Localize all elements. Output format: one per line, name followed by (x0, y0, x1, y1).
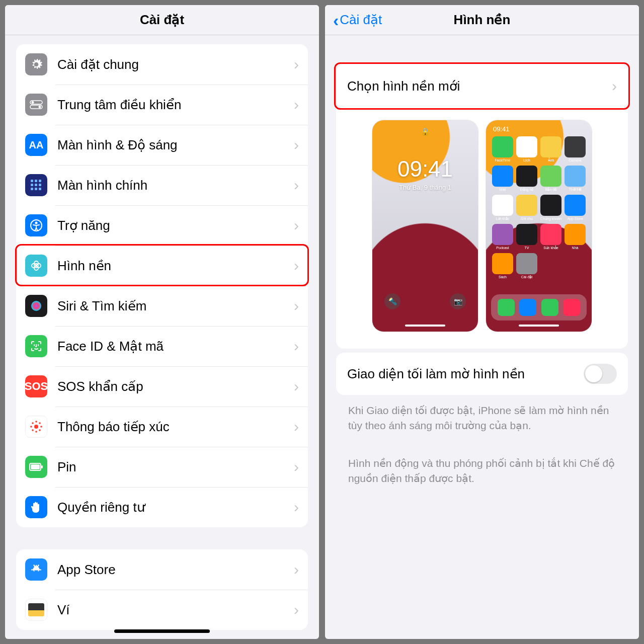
row-label: Trung tâm điều khiển (57, 97, 294, 113)
home-indicator-preview (519, 325, 559, 327)
siri-icon (25, 295, 47, 317)
home-grid-icon (25, 174, 47, 196)
svg-point-14 (35, 222, 38, 224)
svg-point-29 (39, 429, 41, 431)
exposure-icon (25, 416, 47, 438)
row-label: Hình nền (57, 258, 294, 274)
svg-rect-11 (35, 188, 37, 190)
svg-rect-6 (39, 180, 41, 182)
chevron-right-icon: › (294, 601, 299, 618)
appstore-icon (25, 558, 47, 581)
dim-wallpaper-row: Giao diện tối làm mờ hình nền (336, 353, 628, 395)
wallpaper-header: ‹ Cài đặt Hình nền (325, 5, 639, 35)
settings-group-apps: App Store › Ví › (16, 549, 308, 630)
dim-wallpaper-switch[interactable] (584, 364, 617, 384)
lockscreen-preview[interactable]: 🔒 09:41 Thứ Ba, 9 tháng 1 🔦 📷 (372, 120, 478, 332)
row-home-screen[interactable]: Màn hình chính › (16, 165, 308, 205)
wallet-icon (25, 599, 47, 621)
row-battery[interactable]: Pin › (16, 447, 308, 487)
dim-footnote: Khi Giao diện tối được bật, iPhone sẽ là… (336, 395, 628, 434)
preview-time: 09:41 (493, 125, 510, 133)
svg-point-18 (32, 264, 36, 268)
svg-rect-4 (31, 180, 33, 182)
chevron-left-icon: ‹ (333, 12, 339, 29)
row-label: Màn hình & Độ sáng (57, 137, 294, 153)
settings-group-main: Cài đặt chung › Trung tâm điều khiển › A… (16, 44, 308, 527)
row-label: Màn hình chính (57, 178, 294, 193)
chevron-right-icon: › (294, 458, 299, 475)
svg-rect-32 (31, 464, 40, 469)
choose-wallpaper-block: Chọn hình nền mới › (336, 64, 628, 108)
back-button[interactable]: ‹ Cài đặt (333, 12, 382, 29)
page-title: Cài đặt (140, 12, 184, 28)
chevron-right-icon: › (294, 378, 299, 395)
accessibility-icon (25, 214, 47, 236)
svg-rect-8 (35, 184, 37, 186)
chevron-right-icon: › (294, 561, 299, 578)
row-siri-search[interactable]: Siri & Tìm kiếm › (16, 286, 308, 326)
settings-header: Cài đặt (5, 5, 319, 35)
chevron-right-icon: › (294, 136, 299, 153)
svg-point-23 (35, 431, 37, 433)
chevron-right-icon: › (294, 418, 299, 435)
homescreen-preview[interactable]: 09:41 FaceTimeLịchẢnhCameraMailĐồng hồBả… (486, 120, 592, 332)
chevron-right-icon: › (294, 217, 299, 234)
row-label: Siri & Tìm kiếm (57, 298, 294, 314)
svg-point-19 (37, 264, 41, 268)
svg-point-3 (39, 106, 41, 108)
lockscreen-date: Thứ Ba, 9 tháng 1 (372, 184, 478, 191)
settings-scroll: Cài đặt chung › Trung tâm điều khiển › A… (5, 35, 319, 639)
toggles-icon (25, 94, 47, 116)
row-exposure[interactable]: Thông báo tiếp xúc › (16, 407, 308, 447)
gear-icon (25, 53, 47, 75)
row-faceid-passcode[interactable]: Face ID & Mật mã › (16, 326, 308, 366)
row-accessibility[interactable]: Trợ năng › (16, 205, 308, 246)
row-label: Trợ năng (57, 218, 294, 233)
page-title: Hình nền (454, 12, 511, 28)
svg-point-21 (34, 425, 38, 429)
chevron-right-icon: › (612, 77, 617, 95)
row-appstore[interactable]: App Store › (16, 549, 308, 590)
row-wallpaper[interactable]: Hình nền › (16, 246, 308, 286)
chevron-right-icon: › (294, 56, 299, 73)
row-wallet[interactable]: Ví › (16, 590, 308, 630)
row-label: Face ID & Mật mã (57, 339, 294, 354)
home-indicator[interactable] (114, 629, 210, 633)
wallpaper-previews: 🔒 09:41 Thứ Ba, 9 tháng 1 🔦 📷 09:41 Face… (336, 107, 628, 349)
svg-point-27 (39, 422, 41, 424)
home-dock (491, 294, 587, 320)
svg-point-25 (40, 426, 42, 428)
svg-rect-9 (39, 184, 41, 186)
row-general[interactable]: Cài đặt chung › (16, 44, 308, 85)
row-label: Ví (57, 602, 294, 618)
row-display[interactable]: AA Màn hình & Độ sáng › (16, 125, 308, 165)
svg-point-1 (32, 101, 34, 104)
svg-point-28 (32, 429, 34, 431)
faceid-icon (25, 335, 47, 357)
svg-point-26 (32, 422, 34, 424)
settings-list-screen: Cài đặt Cài đặt chung › Trung tâm điều k… (5, 5, 319, 639)
lock-icon: 🔒 (372, 127, 478, 136)
row-label: App Store (57, 562, 294, 578)
dynamic-footnote: Hình nền động và thu phóng phối cảnh bị … (336, 448, 628, 487)
dim-label: Giao diện tối làm mờ hình nền (347, 366, 584, 382)
sos-icon: SOS (25, 375, 47, 397)
row-privacy[interactable]: Quyền riêng tư › (16, 487, 308, 527)
svg-point-20 (31, 301, 41, 311)
svg-rect-7 (31, 184, 33, 186)
row-label: Pin (57, 459, 294, 475)
battery-icon (25, 456, 47, 478)
row-label: Cài đặt chung (57, 57, 294, 72)
wallpaper-content: Chọn hình nền mới › 🔒 09:41 Thứ Ba, 9 th… (325, 35, 639, 639)
flashlight-icon: 🔦 (384, 293, 400, 309)
row-sos[interactable]: SOS SOS khẩn cấp › (16, 366, 308, 407)
text-size-icon: AA (25, 134, 47, 156)
svg-rect-12 (39, 188, 41, 190)
svg-rect-5 (35, 180, 37, 182)
choose-label: Chọn hình nền mới (347, 78, 612, 94)
choose-wallpaper-row[interactable]: Chọn hình nền mới › (336, 64, 628, 108)
row-control-center[interactable]: Trung tâm điều khiển › (16, 85, 308, 125)
svg-rect-10 (31, 188, 33, 190)
hand-icon (25, 496, 47, 518)
wallpaper-screen: ‹ Cài đặt Hình nền Chọn hình nền mới › 🔒… (325, 5, 639, 639)
